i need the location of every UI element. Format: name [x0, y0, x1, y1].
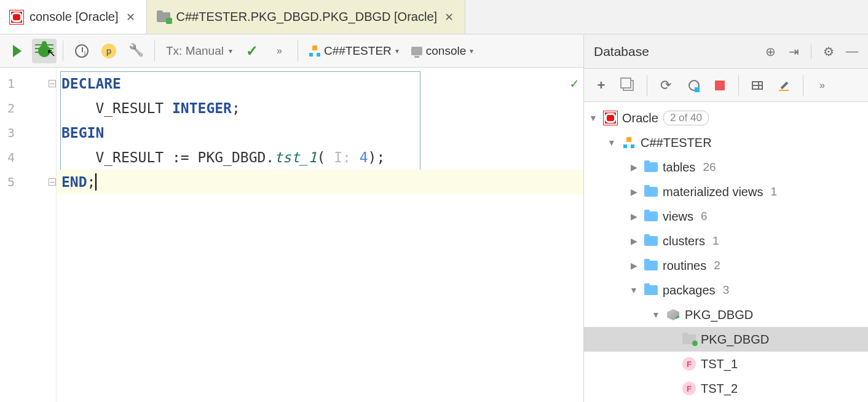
tab-console[interactable]: console [Oracle] ✕ [0, 0, 147, 34]
stop-icon [715, 81, 725, 90]
tree-label: PKG_DBGD [701, 333, 769, 347]
tree-item-function[interactable]: F TST_2 [584, 376, 868, 401]
edit-button[interactable] [772, 73, 797, 98]
line-number[interactable]: 4 [0, 145, 56, 170]
chevron-right-icon[interactable]: ▶ [628, 187, 639, 197]
close-icon[interactable]: ✕ [125, 10, 136, 24]
file-icon [157, 10, 170, 24]
tree-label: TST_2 [701, 382, 738, 396]
hide-icon[interactable]: — [842, 42, 862, 61]
code-area[interactable]: ✓ DECLARE V_RESULT INTEGER; BEGIN V_RESU… [57, 68, 583, 402]
chevron-right-icon[interactable]: ▶ [628, 236, 639, 246]
schema-icon [622, 137, 636, 148]
explain-plan-button[interactable]: p [97, 39, 121, 63]
chevron-down-icon[interactable]: ▼ [650, 310, 661, 320]
separator [298, 41, 298, 61]
editor-toolbar: ↖ p Tx: Manual ▾ ✓ » C##TESTER ▾ console [0, 34, 583, 68]
chevron-right-icon[interactable]: ▶ [628, 162, 639, 172]
tree-label: C##TESTER [641, 136, 712, 150]
pencil-icon [779, 80, 790, 91]
fold-icon[interactable]: – [49, 80, 56, 87]
table-view-button[interactable] [745, 73, 770, 98]
tree-item-clusters[interactable]: ▶ clusters 1 [584, 229, 868, 253]
chevron-right-icon[interactable]: ▶ [628, 261, 639, 270]
tree-label: views [663, 210, 693, 224]
schema-dropdown[interactable]: C##TESTER ▾ [304, 39, 404, 63]
separator [811, 44, 811, 59]
line-number[interactable]: 1– [0, 71, 56, 96]
p-icon: p [101, 44, 116, 58]
bug-icon [38, 45, 50, 57]
tree-datasource[interactable]: ▼ Oracle 2 of 40 [584, 106, 868, 130]
tree-item-function[interactable]: F TST_1 [584, 352, 868, 376]
tree-item-views[interactable]: ▶ views 6 [584, 204, 868, 229]
chevron-down-icon[interactable]: ▼ [606, 138, 617, 148]
tree-label: clusters [663, 234, 705, 248]
refresh-button[interactable]: ⟳ [653, 73, 678, 98]
close-icon[interactable]: ✕ [443, 10, 455, 24]
check-icon: ✓ [246, 42, 258, 60]
stop-button[interactable] [708, 73, 732, 98]
count: 1 [712, 234, 719, 248]
tree-item-pkg[interactable]: ▼ PKG_DBGD [584, 302, 868, 327]
oracle-icon [10, 10, 23, 24]
text-cursor [95, 173, 97, 191]
separator [63, 41, 63, 61]
tx-mode-dropdown[interactable]: Tx: Manual ▾ [161, 39, 237, 63]
gear-icon[interactable]: ⚙ [819, 42, 838, 61]
collapse-icon[interactable]: ⇥ [784, 42, 803, 61]
table-icon [752, 81, 763, 90]
line-number[interactable]: 5– [0, 170, 56, 194]
console-icon [411, 47, 422, 55]
schema-icon [309, 45, 320, 57]
tab-pkg-file[interactable]: C##TESTER.PKG_DBGD.PKG_DBGD [Oracle] ✕ [147, 0, 466, 34]
more-icon: » [819, 80, 824, 91]
count: 1 [770, 185, 777, 199]
more-button[interactable]: » [810, 73, 834, 98]
debug-button[interactable]: ↖ [32, 39, 57, 63]
folder-icon [644, 285, 658, 296]
editor-tabs: console [Oracle] ✕ C##TESTER.PKG_DBGD.PK… [0, 0, 868, 34]
line-number[interactable]: 2 [0, 96, 56, 120]
tree-item-tables[interactable]: ▶ tables 26 [584, 155, 868, 179]
commit-button[interactable]: ✓ [240, 39, 264, 63]
plus-icon: + [598, 77, 606, 93]
separator [154, 41, 155, 61]
oracle-icon [604, 111, 617, 125]
editor-body: 1– 2 3 4 5– ✓ DECLARE V_RESULT INTEGER; … [0, 68, 583, 402]
chevron-down-icon[interactable]: ▼ [588, 113, 599, 123]
tree-item-routines[interactable]: ▶ routines 2 [584, 253, 868, 278]
schema-label: C##TESTER [324, 44, 392, 58]
history-button[interactable] [69, 39, 94, 63]
line-number[interactable]: 3 [0, 120, 56, 145]
session-label: console [426, 44, 467, 58]
function-icon: F [682, 382, 696, 395]
tree-item-mviews[interactable]: ▶ materialized views 1 [584, 179, 868, 204]
tree-label: Oracle [622, 111, 658, 125]
count: 6 [701, 210, 708, 223]
tree-item-packages[interactable]: ▼ packages 3 [584, 278, 868, 302]
separator [647, 75, 647, 96]
chevron-down-icon: ▾ [229, 47, 232, 55]
folder-icon [644, 260, 658, 271]
fold-icon[interactable]: – [49, 178, 56, 186]
settings-button[interactable] [124, 39, 148, 63]
more-button[interactable]: » [267, 39, 291, 63]
separator [738, 75, 739, 96]
session-dropdown[interactable]: console ▾ [406, 39, 479, 63]
separator [803, 75, 803, 96]
folder-icon [644, 162, 658, 173]
tree-label: TST_1 [701, 357, 738, 371]
chevron-right-icon[interactable]: ▶ [628, 211, 639, 221]
run-button[interactable] [5, 39, 30, 63]
add-datasource-button[interactable]: + [589, 73, 614, 98]
tree-label: routines [663, 259, 706, 273]
sync-button[interactable] [681, 73, 705, 98]
chevron-down-icon[interactable]: ▼ [628, 285, 639, 295]
play-icon [13, 45, 22, 57]
target-icon[interactable]: ⊕ [760, 42, 780, 61]
tree-schema[interactable]: ▼ C##TESTER [584, 130, 868, 155]
duplicate-button[interactable] [616, 73, 641, 98]
package-body-icon [682, 334, 696, 345]
tree-item-pkg-body[interactable]: PKG_DBGD [584, 327, 868, 352]
